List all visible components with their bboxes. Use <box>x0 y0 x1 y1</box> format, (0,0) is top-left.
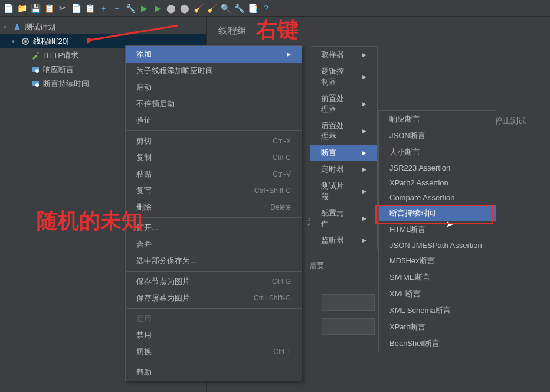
chevron-down-icon[interactable]: ▾ <box>12 38 18 44</box>
menu-item-label: 复制 <box>136 152 152 163</box>
submenu2-item-8[interactable]: JSON JMESPath Assertion <box>379 238 496 253</box>
tb-clearall-icon[interactable]: 🧹 <box>206 2 218 14</box>
submenu2-item-9[interactable]: MD5Hex断言 <box>379 253 496 269</box>
tb-templates-icon[interactable]: 📑 <box>247 2 258 14</box>
svg-point-4 <box>35 69 39 73</box>
tb-run-icon[interactable]: ▶ <box>138 2 150 14</box>
menu-item-23[interactable]: 帮助 <box>126 364 302 381</box>
tb-stop-icon[interactable]: ⬤ <box>165 2 177 14</box>
tree-root[interactable]: ▾ 测试计划 <box>0 20 206 34</box>
submenu2-item-10[interactable]: SMIME断言 <box>379 269 496 286</box>
tb-fn-icon[interactable]: 🔧 <box>233 2 245 14</box>
submenu2-item-12[interactable]: XML Schema断言 <box>379 302 496 319</box>
menu-item-label: 响应断言 <box>389 114 420 125</box>
menu-item-label: 剪切 <box>136 136 152 146</box>
submenu1-item-1[interactable]: 逻辑控制器▶ <box>310 63 377 90</box>
menu-item-17[interactable]: 保存屏幕为图片Ctrl+Shift-G <box>126 290 302 306</box>
tb-open-icon[interactable]: 📁 <box>16 2 28 14</box>
tb-collapse-icon[interactable]: − <box>111 2 123 14</box>
submenu2-item-14[interactable]: BeanShell断言 <box>379 335 496 352</box>
submenu1-item-0[interactable]: 取样器▶ <box>310 47 377 63</box>
tb-new-icon[interactable]: 📄 <box>2 2 14 14</box>
menu-item-label: MD5Hex断言 <box>389 256 435 266</box>
tb-copy-icon[interactable]: 📄 <box>70 2 82 14</box>
menu-item-6[interactable]: 剪切Ctrl-X <box>126 133 302 149</box>
submenu2-item-13[interactable]: XPath断言 <box>379 319 496 335</box>
submenu1-item-4[interactable]: 断言▶ <box>310 145 377 161</box>
menu-item-16[interactable]: 保存节点为图片Ctrl-G <box>126 273 302 290</box>
tb-shutdown-icon[interactable]: ⬤ <box>179 2 191 14</box>
menu-item-label: XML Schema断言 <box>389 305 451 316</box>
tb-cut-icon[interactable]: ✂ <box>57 2 68 14</box>
submenu1-item-3[interactable]: 后置处理器▶ <box>310 117 377 145</box>
menu-item-8[interactable]: 粘贴Ctrl-V <box>126 166 302 182</box>
menu-item-label: BeanShell断言 <box>389 338 440 349</box>
submenu2-item-0[interactable]: 响应断言 <box>379 111 496 128</box>
submenu2-item-4[interactable]: XPath2 Assertion <box>379 175 496 190</box>
tb-help-icon[interactable]: ? <box>260 2 272 14</box>
submenu2-item-1[interactable]: JSON断言 <box>379 128 496 144</box>
menu-item-label: 测试片段 <box>321 181 351 202</box>
assert-icon <box>31 65 40 74</box>
svg-point-6 <box>35 83 39 87</box>
submenu1-item-7[interactable]: 配置元件▶ <box>310 205 377 232</box>
menu-item-14[interactable]: 选中部分保存为... <box>126 253 302 269</box>
submenu1-item-8[interactable]: 监听器▶ <box>310 232 377 249</box>
context-menu: 添加▶为子线程添加响应时间启动不停顿启动验证剪切Ctrl-X复制Ctrl-C粘贴… <box>125 45 302 381</box>
menu-item-20[interactable]: 禁用 <box>126 327 302 344</box>
submenu-assertions: 响应断言JSON断言大小断言JSR223 AssertionXPath2 Ass… <box>378 110 496 352</box>
menu-item-label: HTML断言 <box>389 224 425 235</box>
tb-search-icon[interactable]: 🔍 <box>220 2 231 14</box>
submenu2-item-3[interactable]: JSR223 Assertion <box>379 161 496 175</box>
submenu2-item-5[interactable]: Compare Assertion <box>379 190 496 205</box>
tb-expand-icon[interactable]: + <box>97 2 109 14</box>
menu-item-13[interactable]: 合并 <box>126 236 302 253</box>
menu-item-0[interactable]: 添加▶ <box>126 46 302 63</box>
bg-field-2[interactable] <box>322 318 375 335</box>
menu-item-label: XML断言 <box>389 289 421 299</box>
menu-item-10[interactable]: 删除Delete <box>126 199 302 215</box>
chevron-right-icon: ▶ <box>362 188 366 194</box>
tree-item-label: HTTP请求 <box>43 50 78 61</box>
menu-item-19[interactable]: 启用 <box>126 311 302 327</box>
bg-need-text: 需要 <box>309 260 325 271</box>
menu-item-2[interactable]: 启动 <box>126 79 302 96</box>
bg-field-1[interactable] <box>322 294 375 311</box>
menu-item-4[interactable]: 验证 <box>126 112 302 129</box>
submenu2-item-11[interactable]: XML断言 <box>379 286 496 302</box>
menu-item-21[interactable]: 切换Ctrl-T <box>126 344 302 360</box>
menu-item-label: 保存屏幕为图片 <box>136 293 190 303</box>
submenu1-item-6[interactable]: 测试片段▶ <box>310 178 377 205</box>
tb-run-nopause-icon[interactable]: ▶ <box>152 2 163 14</box>
menu-shortcut: Ctrl-T <box>273 348 291 356</box>
chevron-right-icon: ▶ <box>362 101 366 107</box>
menu-item-label: 配置元件 <box>321 208 351 229</box>
tb-saveall-icon[interactable]: 📋 <box>43 2 55 14</box>
menu-item-label: 添加 <box>136 49 152 60</box>
chevron-down-icon[interactable]: ▾ <box>4 24 9 30</box>
menu-item-3[interactable]: 不停顿启动 <box>126 96 302 112</box>
tb-wrench-icon[interactable]: 🔧 <box>125 2 136 14</box>
tb-save-icon[interactable]: 💾 <box>30 2 41 14</box>
menu-item-label: 后置处理器 <box>321 120 351 142</box>
menu-item-label: 前置处理器 <box>321 93 351 115</box>
tree-root-label: 测试计划 <box>25 22 55 32</box>
tb-paste-icon[interactable]: 📋 <box>84 2 96 14</box>
panel-title: 线程组 <box>207 17 550 45</box>
submenu2-item-7[interactable]: HTML断言 <box>379 221 496 238</box>
menu-item-9[interactable]: 复写Ctrl+Shift-C <box>126 182 302 199</box>
submenu2-item-2[interactable]: 大小断言 <box>379 144 496 161</box>
svg-rect-2 <box>37 52 39 54</box>
tb-clear-icon[interactable]: 🧹 <box>192 2 204 14</box>
submenu1-item-5[interactable]: 定时器▶ <box>310 161 377 178</box>
submenu1-item-2[interactable]: 前置处理器▶ <box>310 90 377 117</box>
menu-item-7[interactable]: 复制Ctrl-C <box>126 149 302 166</box>
menu-item-12[interactable]: 打开... <box>126 220 302 236</box>
menu-item-label: 禁用 <box>136 330 152 341</box>
menu-item-label: JSON断言 <box>389 130 425 141</box>
tree-item-label: 响应断言 <box>43 64 74 75</box>
menu-item-label: 定时器 <box>321 164 344 175</box>
menu-shortcut: Delete <box>270 203 291 211</box>
menu-item-1[interactable]: 为子线程添加响应时间 <box>126 63 302 79</box>
menu-shortcut: Ctrl-V <box>273 170 291 178</box>
